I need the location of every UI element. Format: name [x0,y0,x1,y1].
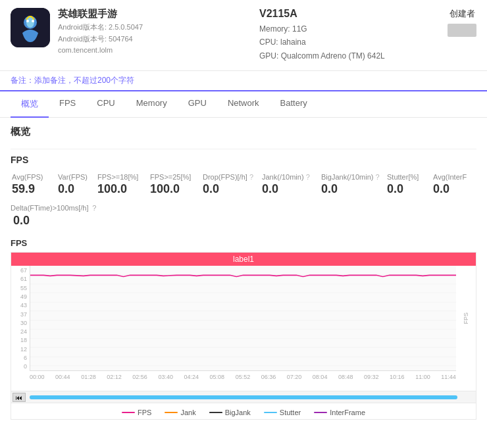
val-bigjank: 0.0 [320,182,386,196]
chart-area: 67 61 55 49 43 37 30 24 18 12 6 0 [11,266,476,391]
creator-label: 创建者 [448,8,476,20]
delta-label: Delta(FTime)>100ms[/h] [11,204,89,212]
tab-bar: 概览 FPS CPU Memory GPU Network Battery [0,91,487,118]
legend-stutter: Stutter [264,409,301,416]
fps-section-title: FPS [11,155,476,165]
legend-stutter-line [264,412,277,413]
scrollbar-row: ⏮ [11,391,476,403]
app-header: 英雄联盟手游 Android版本名: 2.5.0.5047 Android版本号… [0,0,487,71]
header-jank: Jank(/10min) ? [261,173,320,181]
delta-question[interactable]: ? [92,204,96,212]
chart-legend-row: FPS Jank BigJank Stutter InterFrame [11,403,476,419]
note-bar: 备注：添加备注，不超过200个字符 [0,71,487,91]
val-stutter: 0.0 [386,182,432,196]
metrics-header-row: Avg(FPS) Var(FPS) FPS>=18[%] FPS>=25[%] … [11,173,476,181]
legend-jank-line [165,412,178,413]
svg-point-3 [26,20,29,22]
tab-overview[interactable]: 概览 [11,91,49,118]
svg-point-4 [32,20,34,22]
tab-battery[interactable]: Battery [270,91,318,118]
metrics-scroll[interactable]: Avg(FPS) Var(FPS) FPS>=18[%] FPS>=25[%] … [11,173,476,196]
legend-fps: FPS [122,409,151,416]
chart-title: FPS [11,238,476,248]
app-info: 英雄联盟手游 Android版本名: 2.5.0.5047 Android版本号… [58,8,238,57]
header-stutter: Stutter[%] [386,173,432,181]
val-fps25: 100.0 [149,182,201,196]
delta-row: Delta(FTime)>100ms[/h] ? 0.0 [11,203,476,228]
app-name: 英雄联盟手游 [58,8,238,20]
tab-memory[interactable]: Memory [126,91,178,118]
device-info: V2115A Memory: 11G CPU: lahaina GPU: Qua… [246,8,440,62]
x-axis: 00:00 00:44 01:28 02:12 02:56 03:40 04:2… [30,371,456,391]
metrics-values-row: 59.9 0.0 100.0 100.0 0.0 0.0 0.0 0.0 0.0 [11,182,476,196]
legend-bigjank: BigJank [209,409,251,416]
creator-section: 创建者 [448,8,476,37]
chart-legend-bar: label1 [11,253,476,266]
tab-gpu[interactable]: GPU [178,91,217,118]
header-interf: Avg(InterF [432,173,476,181]
jank-question[interactable]: ? [306,173,310,181]
device-meta: Memory: 11G CPU: lahaina GPU: Qualcomm A… [259,22,440,62]
header-fps25: FPS>=25[%] [149,173,201,181]
val-avg-fps: 59.9 [11,182,57,196]
tab-fps[interactable]: FPS [49,91,86,118]
divider [11,149,476,149]
fps-chart-section: FPS label1 67 61 55 49 43 37 30 24 18 [11,238,476,420]
bigjank-question[interactable]: ? [376,173,380,181]
val-drop: 0.0 [201,182,261,196]
val-var-fps: 0.0 [57,182,96,196]
chart-plot [30,266,456,371]
scroll-left-button[interactable]: ⏮ [13,393,26,402]
chart-container: label1 67 61 55 49 43 37 30 24 18 12 6 0 [11,252,476,420]
legend-interframe-line [314,412,327,413]
header-var-fps: Var(FPS) [57,173,96,181]
tab-network[interactable]: Network [217,91,270,118]
app-meta: Android版本名: 2.5.0.5047 Android版本号: 50476… [58,22,238,57]
page-title: 概览 [11,126,476,138]
chart-right-fps-label: FPS [456,266,476,371]
drop-question[interactable]: ? [249,173,253,181]
y-axis: 67 61 55 49 43 37 30 24 18 12 6 0 [11,266,30,371]
device-model: V2115A [259,8,440,20]
note-link[interactable]: 添加备注，不超过200个字符 [34,76,134,85]
legend-bigjank-line [209,412,222,413]
tab-cpu[interactable]: CPU [86,91,125,118]
delta-value: 0.0 [11,214,476,228]
val-fps18: 100.0 [96,182,149,196]
scrollbar-thumb[interactable] [30,395,457,399]
header-drop: Drop(FPS)[/h] ? [201,173,261,181]
legend-interframe: InterFrame [314,409,365,416]
legend-fps-line [122,412,135,413]
header-fps18: FPS>=18[%] [96,173,149,181]
val-jank: 0.0 [261,182,320,196]
legend-jank: Jank [165,409,195,416]
creator-avatar [448,24,476,37]
val-interf: 0.0 [432,182,476,196]
fps-metrics-section: FPS Avg(FPS) Var(FPS) FPS>=18[%] FPS>=25… [11,155,476,228]
main-content: 概览 FPS Avg(FPS) Var(FPS) FPS>=18[%] FPS>… [0,118,487,428]
scrollbar-track[interactable] [30,395,457,399]
header-avg-fps: Avg(FPS) [11,173,57,181]
app-icon [11,8,50,47]
header-bigjank: BigJank(/10min) ? [320,173,386,181]
